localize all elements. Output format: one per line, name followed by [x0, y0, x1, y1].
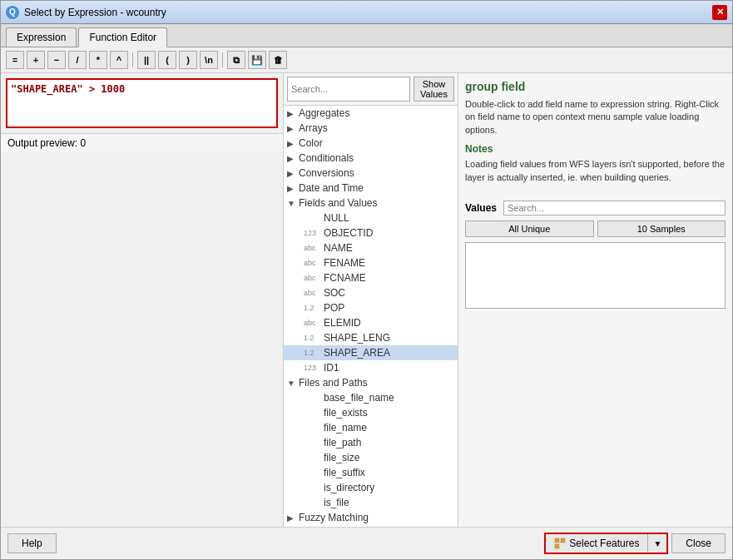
category-label-aggregates: Aggregates [299, 107, 349, 119]
show-values-button[interactable]: Show Values [414, 77, 454, 102]
field-name-objectid: OBJECTID [324, 227, 373, 239]
notes-text: Loading field values from WFS layers isn… [465, 158, 726, 184]
func-name-is-file: is_file [324, 497, 349, 508]
right-panel: group field Double-click to add field na… [458, 73, 732, 527]
toolbar-separator-1 [132, 52, 133, 67]
minus-button[interactable]: − [47, 51, 66, 69]
delete-button[interactable]: 🗑 [269, 51, 287, 69]
field-type-shape-leng: 1.2 [304, 334, 320, 342]
field-item-name[interactable]: abc NAME [284, 240, 458, 255]
func-item-file-path[interactable]: file_path [284, 435, 458, 450]
function-search-bar: Show Values [284, 73, 458, 106]
func-item-file-exists[interactable]: file_exists [284, 405, 458, 420]
svg-rect-2 [555, 544, 559, 548]
category-label-datetime: Date and Time [299, 182, 364, 194]
category-arrow-color: ▶ [287, 139, 297, 148]
category-conditionals[interactable]: ▶ Conditionals [284, 151, 458, 166]
func-item-base-file-name[interactable]: base_file_name [284, 390, 458, 405]
expression-editor[interactable]: "SHAPE_AREA" > 1000 [6, 78, 278, 128]
field-name-fename: FENAME [324, 257, 365, 269]
notes-title: Notes [465, 143, 726, 155]
field-item-null[interactable]: NULL [284, 211, 458, 225]
left-panel: "SHAPE_AREA" > 1000 Output preview: 0 [1, 73, 284, 527]
select-features-dropdown-arrow[interactable]: ▼ [648, 536, 666, 552]
category-fuzzy[interactable]: ▶ Fuzzy Matching [284, 510, 458, 525]
func-item-file-name[interactable]: file_name [284, 420, 458, 435]
field-name-shape-leng: SHAPE_LENG [324, 332, 390, 344]
category-label-conversions: Conversions [299, 167, 354, 179]
svg-rect-0 [555, 538, 559, 543]
function-search-input[interactable] [287, 77, 410, 102]
field-item-soc[interactable]: abc SOC [284, 285, 458, 300]
close-button[interactable]: Close [671, 533, 726, 553]
toolbar-separator-2 [222, 52, 223, 67]
plus-button[interactable]: + [27, 51, 45, 69]
expression-toolbar: = + − / * ^ || ( ) \n ⧉ 💾 🗑 [1, 47, 732, 73]
field-item-id1[interactable]: 123 ID1 [284, 360, 458, 375]
title-bar: Q Select by Expression - wcountry ✕ [1, 1, 732, 24]
func-name-file-exists: file_exists [324, 407, 368, 419]
values-search-input[interactable] [503, 201, 726, 216]
divide-button[interactable]: / [68, 51, 87, 69]
category-label-conditionals: Conditionals [299, 152, 354, 164]
func-name-file-size: file_size [324, 452, 359, 463]
category-label-fuzzy: Fuzzy Matching [299, 512, 369, 523]
rparen-button[interactable]: ) [179, 51, 197, 69]
help-button[interactable]: Help [7, 533, 57, 553]
category-color[interactable]: ▶ Color [284, 136, 458, 151]
field-item-fcname[interactable]: abc FCNAME [284, 270, 458, 285]
values-label: Values [465, 202, 498, 214]
category-aggregates[interactable]: ▶ Aggregates [284, 106, 458, 121]
category-files-paths[interactable]: ▼ Files and Paths [284, 375, 458, 390]
function-list: ▶ Aggregates ▶ Arrays ▶ Color ▶ Conditio… [284, 106, 458, 527]
field-name-soc: SOC [324, 287, 345, 299]
group-field-title: group field [465, 80, 726, 93]
field-item-elemid[interactable]: abc ELEMID [284, 315, 458, 330]
output-preview: Output preview: 0 [1, 133, 283, 152]
equals-button[interactable]: = [6, 51, 24, 69]
category-arrow-conditionals: ▶ [287, 154, 297, 163]
func-item-file-suffix[interactable]: file_suffix [284, 465, 458, 480]
all-unique-button[interactable]: All Unique [465, 221, 594, 237]
category-label-arrays: Arrays [299, 122, 328, 134]
field-item-shape-area[interactable]: 1.2 SHAPE_AREA [284, 345, 458, 360]
category-arrow-files: ▼ [287, 379, 297, 388]
category-fields-values[interactable]: ▼ Fields and Values [284, 196, 458, 211]
field-name-shape-area: SHAPE_AREA [324, 347, 390, 359]
copy-button[interactable]: ⧉ [227, 51, 245, 69]
field-name-null: NULL [324, 212, 349, 224]
select-features-main[interactable]: Select Features [546, 534, 648, 553]
field-type-fcname: abc [304, 274, 320, 282]
tab-function-editor[interactable]: Function Editor [78, 27, 167, 47]
category-datetime[interactable]: ▶ Date and Time [284, 181, 458, 196]
func-item-is-directory[interactable]: is_directory [284, 480, 458, 495]
field-description: Double-click to add field name to expres… [465, 98, 726, 136]
samples-button[interactable]: 10 Samples [597, 221, 726, 237]
func-item-file-size[interactable]: file_size [284, 450, 458, 465]
close-window-button[interactable]: ✕ [712, 5, 727, 20]
field-item-objectid[interactable]: 123 OBJECTID [284, 225, 458, 240]
lparen-button[interactable]: ( [158, 51, 176, 69]
tabs-bar: Expression Function Editor [1, 24, 732, 47]
output-preview-label: Output preview: [7, 137, 77, 149]
pipe-button[interactable]: || [137, 51, 156, 69]
field-item-pop[interactable]: 1.2 POP [284, 300, 458, 315]
func-item-is-file[interactable]: is_file [284, 495, 458, 510]
app-icon: Q [6, 6, 19, 19]
select-features-label: Select Features [569, 538, 639, 549]
right-buttons: Select Features ▼ Close [544, 533, 726, 554]
func-name-file-suffix: file_suffix [324, 467, 365, 478]
save-button[interactable]: 💾 [248, 51, 266, 69]
select-features-icon [554, 538, 566, 549]
field-item-fename[interactable]: abc FENAME [284, 255, 458, 270]
select-features-button[interactable]: Select Features ▼ [544, 533, 668, 554]
values-search-row: Values [465, 201, 726, 216]
field-item-shape-leng[interactable]: 1.2 SHAPE_LENG [284, 330, 458, 345]
category-arrays[interactable]: ▶ Arrays [284, 121, 458, 136]
multiply-button[interactable]: * [89, 51, 107, 69]
category-conversions[interactable]: ▶ Conversions [284, 166, 458, 181]
tab-expression[interactable]: Expression [6, 27, 77, 47]
caret-button[interactable]: ^ [110, 51, 128, 69]
field-name-pop: POP [324, 302, 344, 314]
newline-button[interactable]: \n [200, 51, 218, 69]
